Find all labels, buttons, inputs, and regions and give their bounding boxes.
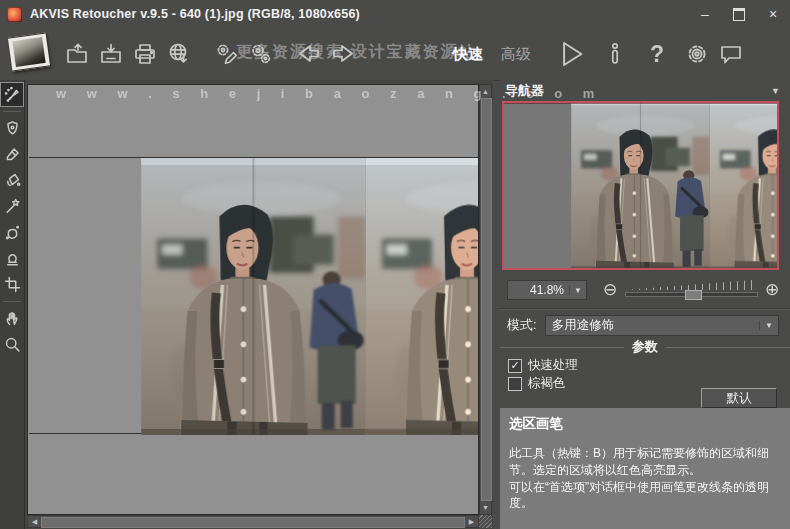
speech-bubble-icon <box>718 41 744 67</box>
hint-paragraph: 此工具（热键：B）用于标记需要修饰的区域和细节。选定的区域将以红色高亮显示。 <box>509 445 780 479</box>
horizontal-scroll-thumb[interactable] <box>41 517 465 528</box>
help-button[interactable]: ? <box>640 33 674 75</box>
gears-icon <box>248 41 274 67</box>
tool-magic-wand[interactable] <box>0 194 24 219</box>
tool-selection-brush[interactable] <box>0 82 24 107</box>
minimize-icon: – <box>701 6 709 22</box>
tool-hand[interactable] <box>0 306 24 331</box>
magnifier-icon <box>4 336 21 353</box>
close-button[interactable]: × <box>756 0 790 28</box>
mode-dropdown[interactable]: 多用途修饰 ▼ <box>545 315 779 336</box>
image-viewport[interactable] <box>27 84 479 515</box>
batch-processing-button[interactable] <box>244 33 278 75</box>
right-panel: 导航器 ▼ 41.8% ▼ ⊖ ⊕ <box>500 80 790 529</box>
watermark-url: w w w . s h e j i b a o z a n g . c o m <box>56 86 603 101</box>
vertical-scrollbar[interactable]: ▲ ▼ <box>479 84 492 515</box>
zoom-dropdown-arrow-icon[interactable]: ▼ <box>569 286 586 295</box>
checkbox-label: 棕褐色 <box>528 375 566 392</box>
redo-arrow-icon <box>329 41 357 67</box>
scrollbar-corner-grip <box>479 515 492 528</box>
navigator-collapse-icon[interactable]: ▼ <box>771 86 780 96</box>
tool-zoom[interactable] <box>0 332 24 357</box>
web-download-button[interactable] <box>162 33 196 75</box>
tool-eraser[interactable] <box>0 142 24 167</box>
maximize-button[interactable] <box>722 0 756 28</box>
scroll-right-icon[interactable]: ▶ <box>466 516 477 527</box>
bucket-icon <box>4 172 21 189</box>
run-button[interactable] <box>554 33 588 75</box>
play-icon <box>556 39 586 69</box>
tool-selection-bucket[interactable] <box>0 168 24 193</box>
print-button[interactable] <box>128 33 162 75</box>
info-button[interactable] <box>598 33 632 75</box>
mode-value: 多用途修饰 <box>546 317 759 334</box>
app-window: AKVIS Retoucher v.9.5 - 640 (1).jpg (RGB… <box>0 0 790 529</box>
zoom-slider-ticks <box>625 279 758 290</box>
maximize-icon <box>733 8 745 21</box>
feedback-button[interactable] <box>714 33 748 75</box>
checkbox-checked-icon[interactable]: ✓ <box>508 359 522 373</box>
checkbox-unchecked-icon[interactable] <box>508 377 522 391</box>
window-controls: – × <box>688 0 790 28</box>
canvas-area: ▲ ▼ ◀ ▶ <box>25 80 493 529</box>
eraser-icon <box>4 146 21 163</box>
tool-palette <box>0 80 25 529</box>
tab-quick-mode[interactable]: 快速 <box>444 45 492 64</box>
zoom-slider-handle[interactable] <box>685 290 702 300</box>
gear-pencil-icon <box>214 41 240 67</box>
save-file-button[interactable] <box>94 33 128 75</box>
navigator-view-frame[interactable] <box>502 101 779 270</box>
scroll-left-icon[interactable]: ◀ <box>29 516 40 527</box>
hint-panel: 选区画笔 此工具（热键：B）用于标记需要修饰的区域和细节。选定的区域将以红色高亮… <box>500 408 790 529</box>
crop-icon <box>4 276 21 293</box>
open-folder-icon <box>64 41 90 67</box>
clone-stamp-icon <box>4 250 21 267</box>
tab-advanced-mode[interactable]: 高级 <box>492 45 540 64</box>
redo-button[interactable] <box>326 33 360 75</box>
checkbox-sepia[interactable]: 棕褐色 <box>508 375 566 392</box>
hand-icon <box>4 310 21 327</box>
parameters-header: 参数 <box>500 339 790 355</box>
open-file-button[interactable] <box>60 33 94 75</box>
magic-wand-icon <box>4 198 21 215</box>
tool-selection-eraser[interactable] <box>0 116 24 141</box>
vertical-scroll-thumb[interactable] <box>481 98 492 501</box>
title-bar: AKVIS Retoucher v.9.5 - 640 (1).jpg (RGB… <box>0 0 790 28</box>
zoom-controls: 41.8% ▼ ⊖ ⊕ <box>500 276 790 304</box>
checkbox-label: 快速处理 <box>528 357 578 374</box>
zoom-out-button[interactable]: ⊖ <box>600 280 620 300</box>
publish-button[interactable] <box>210 33 244 75</box>
info-icon <box>602 40 628 68</box>
hint-body: 此工具（热键：B）用于标记需要修饰的区域和细节。选定的区域将以红色高亮显示。 可… <box>509 445 780 512</box>
minimize-button[interactable]: – <box>688 0 722 28</box>
zoom-slider[interactable] <box>625 279 758 301</box>
mode-dropdown-arrow-icon[interactable]: ▼ <box>759 321 778 330</box>
hint-paragraph: 可以在“首选项”对话框中使用画笔更改线条的透明度。 <box>509 479 780 513</box>
close-icon: × <box>769 6 777 22</box>
tool-crop[interactable] <box>0 272 24 297</box>
panel-separator <box>500 308 790 309</box>
mode-label: 模式: <box>507 316 537 334</box>
help-icon: ? <box>650 41 664 68</box>
app-logo <box>6 33 52 75</box>
mode-row: 模式: 多用途修饰 ▼ <box>500 313 790 337</box>
default-button[interactable]: 默认 <box>701 388 777 408</box>
tool-clone-stamp[interactable] <box>0 246 24 271</box>
zoom-value: 41.8% <box>508 283 569 297</box>
undo-button[interactable] <box>292 33 326 75</box>
photo-image[interactable] <box>29 157 478 434</box>
window-title: AKVIS Retoucher v.9.5 - 640 (1).jpg (RGB… <box>30 7 360 21</box>
app-icon <box>7 7 22 22</box>
zoom-value-dropdown[interactable]: 41.8% ▼ <box>507 280 587 300</box>
horizontal-scrollbar[interactable]: ◀ ▶ <box>27 515 479 528</box>
hint-title: 选区画笔 <box>509 415 780 433</box>
palette-divider <box>3 301 21 302</box>
checkbox-quick-processing[interactable]: ✓ 快速处理 <box>508 357 578 374</box>
spot-remover-icon <box>4 224 21 241</box>
gear-icon <box>683 40 711 68</box>
tool-spot-remover[interactable] <box>0 220 24 245</box>
zoom-in-button[interactable]: ⊕ <box>762 280 782 300</box>
navigator-thumbnail[interactable] <box>502 101 779 270</box>
scroll-down-icon[interactable]: ▼ <box>480 502 491 513</box>
preferences-button[interactable] <box>680 33 714 75</box>
